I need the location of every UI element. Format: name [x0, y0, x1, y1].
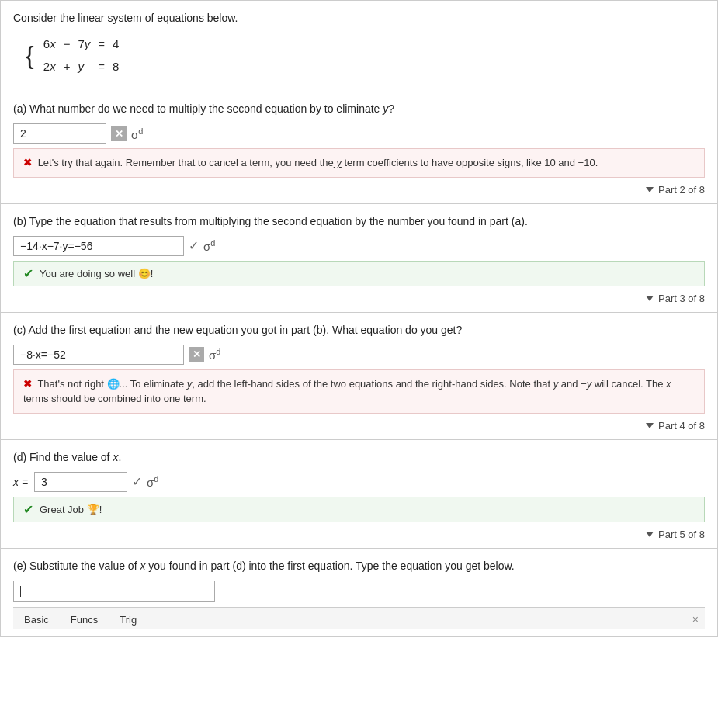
part-e-input-row: [13, 581, 705, 602]
part-a-label: (a) What number do we need to multiply t…: [13, 102, 394, 115]
part-a-feedback: ✖ Let's try that again. Remember that to…: [13, 148, 705, 178]
part-b-check-icon[interactable]: ✓: [189, 238, 199, 253]
part-b-question: (b) Type the equation that results from …: [13, 213, 705, 230]
part-b-sigma-button[interactable]: σd: [203, 238, 215, 253]
part-d-footer-label: Part 5 of 8: [658, 529, 705, 540]
eq1-col4: =: [92, 33, 111, 55]
part-e-answer-box[interactable]: [13, 581, 215, 602]
part-b-footer: Part 3 of 8: [13, 293, 705, 304]
part-a-question: (a) What number do we need to multiply t…: [13, 101, 705, 117]
intro-section: Consider the linear system of equations …: [0, 0, 718, 92]
part-b-section: (b) Type the equation that results from …: [0, 204, 718, 313]
part-b-footer-triangle: [646, 296, 654, 301]
intro-text: Consider the linear system of equations …: [13, 10, 705, 26]
eq2-col1: 2x: [42, 55, 57, 78]
part-a-sigma-button[interactable]: σd: [131, 127, 143, 141]
keyboard-bar: Basic Funcs Trig ×: [13, 607, 705, 629]
part-d-answer-value: 3: [41, 476, 47, 488]
part-c-section: (c) Add the first equation and the new e…: [0, 313, 718, 440]
part-b-feedback: ✔ You are doing so well 😊!: [13, 261, 705, 286]
part-d-feedback-text: Great Job 🏆!: [40, 504, 102, 515]
eq2-col2: +: [57, 55, 77, 78]
part-a-footer-label: Part 2 of 8: [658, 184, 705, 196]
part-c-footer-label: Part 4 of 8: [658, 420, 705, 432]
part-a-answer-value: 2: [20, 127, 26, 140]
part-d-section: (d) Find the value of x. x = 3 ✓ σd ✔ Gr…: [0, 440, 718, 549]
part-c-answer-box[interactable]: −8·x=−52: [13, 345, 184, 365]
keyboard-tab-funcs[interactable]: Funcs: [60, 611, 109, 629]
part-d-footer-triangle: [646, 532, 654, 537]
part-c-clear-button[interactable]: ✕: [189, 347, 204, 362]
part-c-answer-value: −8·x=−52: [20, 348, 66, 361]
part-a-input-row: 2 ✕ σd: [13, 123, 705, 144]
part-c-input-row: −8·x=−52 ✕ σd: [13, 345, 705, 365]
equation-system: { 6x − 7y = 4 2x + y = 8: [26, 33, 705, 78]
keyboard-tab-trig[interactable]: Trig: [109, 611, 147, 629]
part-b-feedback-text: You are doing so well 😊!: [40, 268, 153, 279]
part-a-section: (a) What number do we need to multiply t…: [0, 92, 718, 204]
part-c-footer: Part 4 of 8: [13, 420, 705, 432]
part-d-feedback: ✔ Great Job 🏆!: [13, 497, 705, 522]
part-a-footer-triangle: [646, 187, 654, 192]
part-b-input-row: −14·x−7·y=−56 ✓ σd: [13, 236, 705, 256]
part-c-footer-triangle: [646, 423, 654, 428]
part-b-answer-box[interactable]: −14·x−7·y=−56: [13, 236, 184, 256]
equation-row-2: 2x + y = 8: [42, 55, 121, 78]
eq1-col3: 7y: [76, 33, 92, 55]
part-c-question: (c) Add the first equation and the new e…: [13, 322, 705, 338]
part-b-answer-value: −14·x−7·y=−56: [20, 240, 92, 252]
part-a-feedback-text1: Let's try that again. Remember that to c…: [38, 157, 598, 168]
eq1-col1: 6x: [42, 33, 57, 55]
equations-table: 6x − 7y = 4 2x + y = 8: [42, 33, 121, 78]
part-d-footer: Part 5 of 8: [13, 529, 705, 540]
page: Part 1 of 8 Consider the linear system o…: [0, 0, 718, 728]
part-a-clear-button[interactable]: ✕: [111, 126, 127, 141]
part-c-feedback: ✖ That's not right 🌐... To eliminate y, …: [13, 369, 705, 414]
part-a-footer: Part 2 of 8: [13, 184, 705, 196]
part-c-feedback-text: That's not right 🌐... To eliminate y, ad…: [23, 378, 671, 405]
part-e-question: (e) Substitute the value of x you found …: [13, 558, 705, 574]
part-e-section: (e) Substitute the value of x you found …: [0, 549, 718, 637]
eq1-col5: 4: [111, 33, 120, 55]
part-d-question: (d) Find the value of x.: [13, 449, 705, 466]
part-b-success-icon: ✔: [23, 266, 33, 281]
part-c-error-icon: ✖: [23, 378, 32, 390]
part-c-sigma-button[interactable]: σd: [209, 347, 220, 362]
brace-icon: {: [26, 41, 34, 69]
eq1-col2: −: [57, 33, 77, 55]
eq2-col4: =: [92, 55, 111, 78]
part-b-footer-label: Part 3 of 8: [658, 293, 705, 304]
part-d-check-icon[interactable]: ✓: [132, 474, 142, 489]
part-d-answer-box[interactable]: 3: [34, 472, 127, 492]
part-a-answer-box[interactable]: 2: [13, 123, 106, 144]
part-d-input-row: x = 3 ✓ σd: [13, 472, 705, 492]
keyboard-close-button[interactable]: ×: [686, 611, 705, 629]
part-d-success-icon: ✔: [23, 502, 33, 517]
part-a-error-icon: ✖: [23, 157, 32, 168]
equation-row-1: 6x − 7y = 4: [42, 33, 121, 55]
eq2-col5: 8: [111, 55, 120, 78]
part-e-cursor: [20, 586, 21, 597]
keyboard-tab-basic[interactable]: Basic: [13, 611, 60, 629]
eq2-col3: y: [76, 55, 92, 78]
part-d-prefix: x =: [13, 476, 28, 488]
part-d-sigma-button[interactable]: σd: [147, 474, 158, 489]
